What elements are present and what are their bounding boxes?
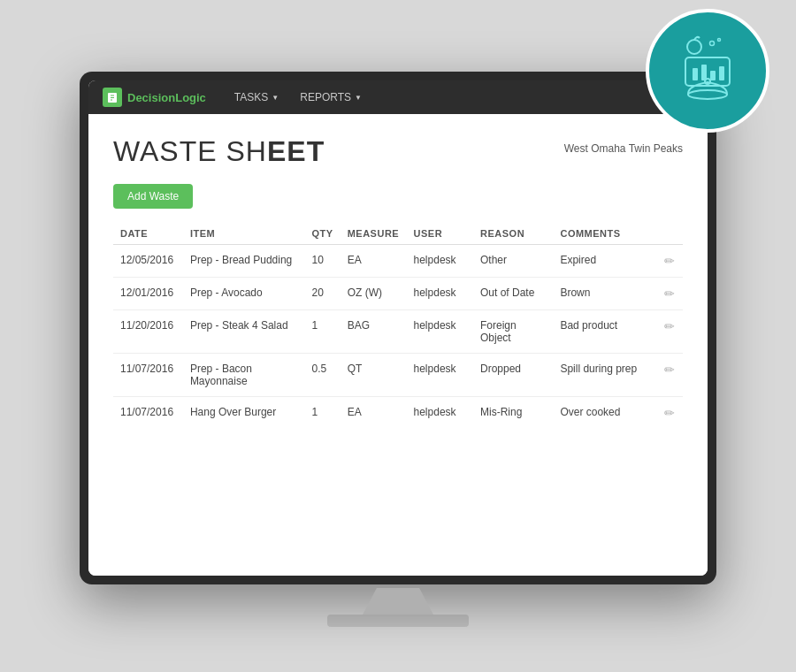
- brand-name: DecisionLogic: [127, 91, 206, 104]
- svg-rect-7: [719, 66, 724, 80]
- col-header-qty: QTY: [305, 223, 341, 245]
- cell-date: 12/05/2016: [113, 245, 183, 278]
- cell-reason: Other: [473, 245, 553, 278]
- cell-user: helpdesk: [407, 278, 474, 310]
- cell-edit[interactable]: ✏: [657, 397, 683, 430]
- cell-comments: Spill during prep: [553, 354, 656, 397]
- brand-icon: [103, 88, 122, 107]
- edit-icon[interactable]: ✏: [664, 286, 675, 301]
- cell-edit[interactable]: ✏: [657, 278, 683, 310]
- edit-icon[interactable]: ✏: [664, 406, 675, 420]
- table-row: 12/01/2016 Prep - Avocado 20 OZ (W) help…: [113, 278, 683, 310]
- cell-date: 11/20/2016: [113, 310, 183, 354]
- edit-icon[interactable]: ✏: [664, 319, 675, 333]
- cell-measure: EA: [341, 245, 407, 278]
- cell-reason: Mis-Ring: [473, 397, 553, 430]
- page-header: WASTE SHEET West Omaha Twin Peaks: [113, 135, 683, 168]
- table-row: 11/07/2016 Hang Over Burger 1 EA helpdes…: [113, 397, 683, 430]
- app-screen: DecisionLogic TASKS ▼ REPORTS ▼ ℹ A: [88, 80, 708, 576]
- svg-point-8: [688, 90, 727, 99]
- svg-point-1: [710, 42, 715, 46]
- cell-qty: 1: [305, 397, 341, 430]
- cell-measure: BAG: [341, 310, 407, 354]
- location-label: West Omaha Twin Peaks: [564, 142, 683, 155]
- cell-qty: 10: [305, 245, 341, 278]
- cell-qty: 0.5: [305, 354, 341, 397]
- table-header-row: DATE ITEM QTY MEASURE USER REASON COMMEN…: [113, 223, 683, 245]
- cell-date: 12/01/2016: [113, 278, 183, 310]
- cell-reason: Dropped: [473, 354, 553, 397]
- add-waste-button[interactable]: Add Waste: [113, 184, 193, 209]
- edit-icon[interactable]: ✏: [664, 363, 675, 377]
- cell-comments: Brown: [553, 278, 656, 310]
- svg-rect-6: [710, 71, 716, 80]
- decorative-food-icon: [646, 9, 769, 133]
- screen: DecisionLogic TASKS ▼ REPORTS ▼ ℹ A: [88, 80, 708, 576]
- monitor-base: [327, 615, 469, 627]
- nav-tasks[interactable]: TASKS ▼: [224, 80, 289, 114]
- cell-edit[interactable]: ✏: [657, 310, 683, 354]
- cell-qty: 1: [305, 310, 341, 354]
- edit-icon[interactable]: ✏: [664, 254, 675, 268]
- cell-item: Prep - Bread Pudding: [183, 245, 305, 278]
- cell-comments: Over cooked: [553, 397, 656, 430]
- cell-measure: OZ (W): [341, 278, 407, 310]
- col-header-user: USER: [407, 223, 474, 245]
- cell-reason: Foreign Object: [473, 310, 553, 354]
- cell-measure: QT: [341, 354, 407, 397]
- cell-date: 11/07/2016: [113, 354, 183, 397]
- page-title: WASTE SHEET: [113, 135, 325, 168]
- cell-edit[interactable]: ✏: [657, 245, 683, 278]
- waste-table: DATE ITEM QTY MEASURE USER REASON COMMEN…: [113, 223, 683, 429]
- col-header-measure: MEASURE: [341, 223, 407, 245]
- monitor: DecisionLogic TASKS ▼ REPORTS ▼ ℹ A: [80, 72, 716, 584]
- col-header-action: [657, 223, 683, 245]
- navbar: DecisionLogic TASKS ▼ REPORTS ▼ ℹ A: [88, 80, 708, 114]
- nav-reports[interactable]: REPORTS ▼: [289, 80, 372, 114]
- svg-point-0: [687, 40, 701, 54]
- table-row: 11/20/2016 Prep - Steak 4 Salad 1 BAG he…: [113, 310, 683, 354]
- cell-item: Hang Over Burger: [183, 397, 305, 430]
- cell-reason: Out of Date: [473, 278, 553, 310]
- svg-rect-4: [693, 68, 698, 80]
- brand: DecisionLogic: [103, 88, 206, 107]
- cell-date: 11/07/2016: [113, 397, 183, 430]
- table-row: 11/07/2016 Prep - Bacon Mayonnaise 0.5 Q…: [113, 354, 683, 397]
- cell-comments: Expired: [553, 245, 656, 278]
- col-header-item: ITEM: [183, 223, 305, 245]
- cell-qty: 20: [305, 278, 341, 310]
- table-row: 12/05/2016 Prep - Bread Pudding 10 EA he…: [113, 245, 683, 278]
- cell-user: helpdesk: [407, 397, 474, 430]
- svg-rect-5: [701, 65, 707, 80]
- main-content: WASTE SHEET West Omaha Twin Peaks Add Wa…: [88, 114, 708, 576]
- cell-comments: Bad product: [553, 310, 656, 354]
- cell-item: Prep - Avocado: [183, 278, 305, 310]
- svg-point-2: [718, 39, 721, 42]
- cell-user: helpdesk: [407, 310, 474, 354]
- cell-item: Prep - Steak 4 Salad: [183, 310, 305, 354]
- monitor-stand: [363, 588, 433, 615]
- cell-measure: EA: [341, 397, 407, 430]
- cell-edit[interactable]: ✏: [657, 354, 683, 397]
- col-header-date: DATE: [113, 223, 183, 245]
- cell-item: Prep - Bacon Mayonnaise: [183, 354, 305, 397]
- col-header-reason: REASON: [473, 223, 553, 245]
- cell-user: helpdesk: [407, 354, 474, 397]
- cell-user: helpdesk: [407, 245, 474, 278]
- col-header-comments: COMMENTS: [553, 223, 656, 245]
